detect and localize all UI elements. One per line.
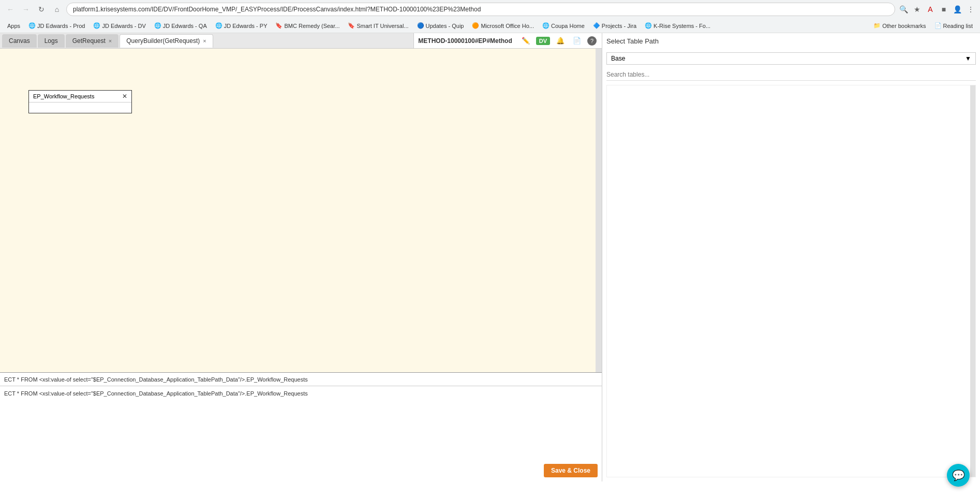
tab-logs[interactable]: Logs xyxy=(38,34,65,48)
bookmark-jd-py[interactable]: 🌐 JD Edwards - PY xyxy=(212,21,271,30)
tab-querybuilder[interactable]: QueryBuilder(GetRequest) × xyxy=(120,34,213,48)
globe-icon-3: 🌐 xyxy=(154,22,161,29)
sql-bar: ECT * FROM <xsl:value-of select="$EP_Con… xyxy=(0,372,602,386)
bookmarks-bar: Apps 🌐 JD Edwards - Prod 🌐 JD Edwards - … xyxy=(0,19,980,33)
table-node[interactable]: EP_Workflow_Requests ✕ xyxy=(28,90,132,113)
extension-icon[interactable]: ■ xyxy=(939,4,949,14)
tab-logs-label: Logs xyxy=(44,37,58,45)
acrobat-icon[interactable]: A xyxy=(925,4,936,14)
back-button[interactable]: ← xyxy=(4,3,17,16)
save-close-button[interactable]: Save & Close xyxy=(544,464,598,477)
table-node-header: EP_Workflow_Requests ✕ xyxy=(29,91,131,103)
tab-getrequest[interactable]: GetRequest × xyxy=(66,34,118,48)
bookmark-label: Coupa Home xyxy=(551,23,585,29)
bookmark-jd-prod[interactable]: 🌐 JD Edwards - Prod xyxy=(25,21,88,30)
bookmark-label: Microsoft Office Ho... xyxy=(481,23,534,29)
search-icon[interactable]: 🔍 xyxy=(898,4,909,14)
ribbon-icon-1: 🔖 xyxy=(275,22,283,29)
bookmark-krise[interactable]: 🌐 K-Rise Systems - Fo... xyxy=(642,21,714,30)
quip-icon: 🔵 xyxy=(417,22,424,29)
browser-action-icons: 🔍 ★ A ■ 👤 ⋮ xyxy=(898,4,976,14)
canvas-scrollbar[interactable] xyxy=(596,49,602,372)
profile-icon[interactable]: 👤 xyxy=(952,4,962,14)
bookmark-label: Projects - Jira xyxy=(602,23,636,29)
jira-icon: 🔷 xyxy=(593,22,600,29)
dv-badge[interactable]: DV xyxy=(536,37,550,45)
globe-icon-6: 🌐 xyxy=(645,22,652,29)
globe-icon-1: 🌐 xyxy=(28,22,36,29)
left-panel: Canvas Logs GetRequest × QueryBuilder(Ge… xyxy=(0,33,602,481)
bookmark-bmc[interactable]: 🔖 BMC Remedy (Sear... xyxy=(272,21,343,30)
table-node-body xyxy=(29,103,131,113)
query-area: ECT * FROM <xsl:value-of select="$EP_Con… xyxy=(0,386,602,481)
sql-text: ECT * FROM <xsl:value-of select="$EP_Con… xyxy=(4,376,308,383)
help-icon[interactable]: ? xyxy=(587,36,597,46)
bookmark-label: JD Edwards - PY xyxy=(224,23,268,29)
search-tables-input[interactable] xyxy=(606,69,976,81)
office-icon: 🟠 xyxy=(472,22,479,29)
reading-icon: 📄 xyxy=(934,22,942,29)
tab-querybuilder-close[interactable]: × xyxy=(203,38,206,44)
bookmark-label: BMC Remedy (Sear... xyxy=(284,23,339,29)
method-title: METHOD-10000100#EP#Method xyxy=(418,37,512,45)
bookmark-jira[interactable]: 🔷 Projects - Jira xyxy=(590,21,640,30)
tab-querybuilder-label: QueryBuilder(GetRequest) xyxy=(126,37,200,45)
right-panel: Select Table Path Base ▼ xyxy=(602,33,980,481)
bookmark-label: Other bookmarks xyxy=(882,23,926,29)
bookmark-coupa[interactable]: 🌐 Coupa Home xyxy=(539,21,588,30)
globe-icon-4: 🌐 xyxy=(215,22,222,29)
bookmark-label: JD Edwards - Prod xyxy=(37,23,85,29)
edit-icon[interactable]: ✏️ xyxy=(519,35,532,47)
dropdown-arrow-icon: ▼ xyxy=(965,55,971,62)
home-button[interactable]: ⌂ xyxy=(51,3,63,16)
tables-list-area[interactable] xyxy=(606,85,976,477)
main-container: Canvas Logs GetRequest × QueryBuilder(Ge… xyxy=(0,33,980,481)
bookmark-label: JD Edwards - QA xyxy=(163,23,207,29)
browser-chrome: ← → ↻ ⌂ 🔍 ★ A ■ 👤 ⋮ Apps 🌐 JD Edwards - … xyxy=(0,0,980,33)
ribbon-icon-2: 🔖 xyxy=(348,22,355,29)
bookmark-label: Reading list xyxy=(943,23,973,29)
table-node-close-btn[interactable]: ✕ xyxy=(122,93,127,100)
bookmark-label: JD Edwards - DV xyxy=(102,23,145,29)
document-icon[interactable]: 📄 xyxy=(571,35,583,47)
canvas-area[interactable]: EP_Workflow_Requests ✕ xyxy=(0,49,602,372)
tab-getrequest-close[interactable]: × xyxy=(109,38,112,44)
query-display-text: ECT * FROM <xsl:value-of select="$EP_Con… xyxy=(4,390,308,397)
panel-tabs: Canvas Logs GetRequest × QueryBuilder(Ge… xyxy=(0,33,413,48)
table-node-title: EP_Workflow_Requests xyxy=(33,93,94,99)
bookmark-jd-dv[interactable]: 🌐 JD Edwards - DV xyxy=(90,21,149,30)
forward-button[interactable]: → xyxy=(20,3,32,16)
bookmark-apps[interactable]: Apps xyxy=(4,22,23,30)
bookmark-reading-list[interactable]: 📄 Reading list xyxy=(931,21,976,30)
bell-icon[interactable]: 🔔 xyxy=(554,35,567,47)
apps-label: Apps xyxy=(7,23,20,29)
tab-canvas-label: Canvas xyxy=(9,37,30,45)
browser-toolbar: ← → ↻ ⌂ 🔍 ★ A ■ 👤 ⋮ xyxy=(0,0,980,19)
chat-icon: 💬 xyxy=(952,469,965,481)
bookmark-quip[interactable]: 🔵 Updates - Quip xyxy=(414,21,467,30)
bookmark-smart-it[interactable]: 🔖 Smart IT Universal... xyxy=(345,21,411,30)
menu-icon[interactable]: ⋮ xyxy=(966,4,976,14)
dropdown-value: Base xyxy=(611,55,625,62)
right-panel-scrollbar[interactable] xyxy=(970,85,975,477)
bookmark-ms-office[interactable]: 🟠 Microsoft Office Ho... xyxy=(469,21,537,30)
bookmark-label: K-Rise Systems - Fo... xyxy=(654,23,710,29)
select-table-path-title: Select Table Path xyxy=(606,37,976,47)
reload-button[interactable]: ↻ xyxy=(35,3,48,16)
globe-icon-5: 🌐 xyxy=(542,22,550,29)
bookmark-other[interactable]: 📁 Other bookmarks xyxy=(870,21,929,30)
address-bar[interactable] xyxy=(66,3,895,16)
tab-getrequest-label: GetRequest xyxy=(72,37,106,45)
bookmark-jd-qa[interactable]: 🌐 JD Edwards - QA xyxy=(151,21,210,30)
folder-icon: 📁 xyxy=(873,22,881,29)
bookmark-star-icon[interactable]: ★ xyxy=(912,4,922,14)
bookmark-label: Smart IT Universal... xyxy=(357,23,408,29)
table-path-dropdown[interactable]: Base ▼ xyxy=(606,52,976,65)
bookmark-label: Updates - Quip xyxy=(426,23,464,29)
globe-icon-2: 🌐 xyxy=(93,22,100,29)
tab-canvas[interactable]: Canvas xyxy=(2,34,37,48)
